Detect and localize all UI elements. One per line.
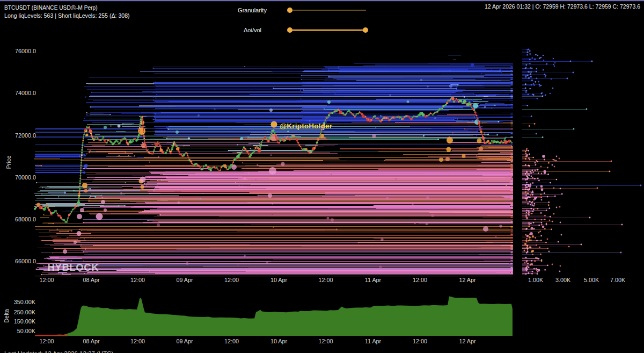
svg-text:12:00: 12:00 <box>224 338 239 344</box>
svg-text:1.00K: 1.00K <box>528 277 544 283</box>
svg-text:12 Apr: 12 Apr <box>459 338 476 344</box>
svg-text:250.00K: 250.00K <box>14 309 36 315</box>
svg-text:7.00K: 7.00K <box>610 277 626 283</box>
svg-text:10 Apr: 10 Apr <box>270 277 288 283</box>
svg-text:@KriptoHolder: @KriptoHolder <box>280 122 333 130</box>
svg-text:74000.0: 74000.0 <box>15 90 36 96</box>
svg-text:350.00K: 350.00K <box>14 299 36 305</box>
svg-text:HYBLOCK: HYBLOCK <box>48 262 99 273</box>
svg-text:12:00: 12:00 <box>413 338 427 344</box>
svg-text:76000.0: 76000.0 <box>15 48 36 54</box>
svg-text:Granularity: Granularity <box>238 7 267 13</box>
svg-text:Last Updated: 12 Apr 2026 12:2: Last Updated: 12 Apr 2026 12:27 (UTC) <box>4 350 113 353</box>
svg-text:12:00: 12:00 <box>318 277 333 283</box>
svg-text:12:00: 12:00 <box>39 338 54 344</box>
svg-text:12:00: 12:00 <box>413 277 427 283</box>
svg-text:12:00: 12:00 <box>39 277 54 283</box>
svg-text:12:00: 12:00 <box>130 277 145 283</box>
svg-text:09 Apr: 09 Apr <box>176 277 193 283</box>
svg-text:12 Apr: 12 Apr <box>459 277 476 283</box>
svg-text:3.00K: 3.00K <box>555 277 571 283</box>
svg-text:10 Apr: 10 Apr <box>270 338 288 344</box>
svg-text:Δoi/vol: Δoi/vol <box>244 27 261 33</box>
svg-text:12:00: 12:00 <box>224 277 239 283</box>
svg-text:12 Apr 2026 01:32 | O: 72959 H: 12 Apr 2026 01:32 | O: 72959 H: 72973.6 … <box>485 3 640 10</box>
svg-text:50.00K: 50.00K <box>17 328 36 334</box>
svg-text:BTCUSDT (BINANCE USDⓈ-M Perp): BTCUSDT (BINANCE USDⓈ-M Perp) <box>4 5 98 11</box>
svg-text:Price: Price <box>5 155 12 169</box>
svg-text:11 Apr: 11 Apr <box>365 338 382 344</box>
svg-text:72000.0: 72000.0 <box>15 132 36 139</box>
svg-text:11 Apr: 11 Apr <box>365 277 382 283</box>
svg-text:12:00: 12:00 <box>130 338 145 344</box>
svg-text:08 Apr: 08 Apr <box>83 277 100 283</box>
svg-text:08 Apr: 08 Apr <box>83 338 100 344</box>
svg-text:Delta: Delta <box>3 308 10 323</box>
svg-text:150.00K: 150.00K <box>14 318 36 325</box>
svg-text:66000.0: 66000.0 <box>15 258 36 264</box>
svg-text:09 Apr: 09 Apr <box>176 338 193 344</box>
svg-text:Long liqLevels: 563 | Short li: Long liqLevels: 563 | Short liqLevels: 2… <box>4 12 130 19</box>
svg-text:12:00: 12:00 <box>318 338 333 344</box>
svg-text:5.00K: 5.00K <box>584 277 599 283</box>
svg-text:68000.0: 68000.0 <box>15 216 36 222</box>
svg-text:70000.0: 70000.0 <box>15 174 36 181</box>
